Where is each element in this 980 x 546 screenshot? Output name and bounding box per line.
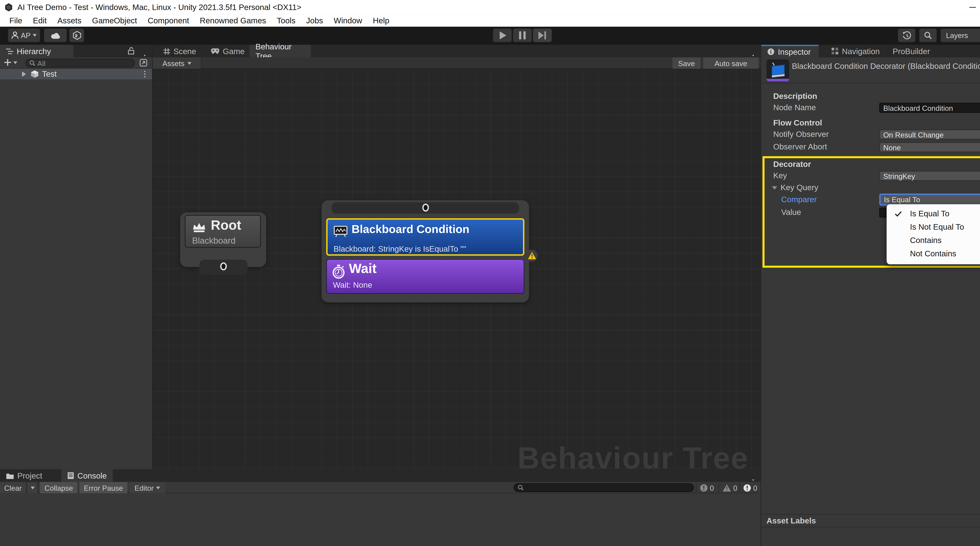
crown-icon bbox=[192, 222, 206, 233]
clear-label: Clear bbox=[4, 484, 22, 492]
menu-assets[interactable]: Assets bbox=[52, 16, 87, 26]
hierarchy-item-test[interactable]: Test bbox=[0, 69, 152, 80]
key-query-foldout[interactable]: Key Query bbox=[772, 182, 818, 193]
lock-button[interactable] bbox=[127, 47, 135, 55]
history-icon bbox=[902, 31, 911, 40]
navigation-icon bbox=[831, 48, 838, 55]
pause-button[interactable] bbox=[513, 29, 531, 42]
collapse-toggle[interactable]: Collapse bbox=[40, 482, 78, 493]
root-node[interactable]: Root Blackboard bbox=[185, 215, 261, 248]
condition-node-title: Blackboard Condition bbox=[352, 223, 469, 236]
console-search-input[interactable] bbox=[514, 483, 694, 492]
folder-icon bbox=[6, 472, 14, 479]
account-button[interactable]: AP bbox=[8, 29, 40, 42]
hierarchy-item-label: Test bbox=[42, 69, 57, 79]
scene-picker-button[interactable] bbox=[139, 59, 147, 67]
input-port[interactable] bbox=[422, 204, 429, 212]
behaviour-tree-canvas[interactable]: Behaviour Tree Root Blackboard bbox=[153, 69, 760, 469]
plastic-scm-button[interactable] bbox=[69, 29, 84, 42]
comparer-menu-item-is-not-equal-to[interactable]: Is Not Equal To bbox=[887, 220, 980, 233]
menu-item-label: Is Equal To bbox=[910, 209, 950, 218]
autosave-button[interactable]: Auto save bbox=[703, 57, 759, 69]
menu-renowned-games[interactable]: Renowned Games bbox=[194, 16, 272, 26]
comparer-menu: Is Equal To Is Not Equal To Contains Not… bbox=[887, 204, 980, 264]
hierarchy-search-input[interactable]: All bbox=[25, 59, 135, 67]
search-button[interactable] bbox=[919, 29, 937, 42]
component-header: Blackboard Condition Decorator (Blackboa… bbox=[761, 57, 980, 83]
play-icon bbox=[499, 31, 506, 40]
warning-badge[interactable] bbox=[526, 250, 538, 262]
assets-dropdown[interactable]: Assets bbox=[153, 57, 201, 69]
observer-abort-dropdown[interactable]: None bbox=[879, 142, 980, 152]
decorator-section-header: Decorator bbox=[773, 160, 811, 169]
menu-help[interactable]: Help bbox=[368, 16, 395, 26]
blackboard-condition-node[interactable]: Blackboard Condition Blackboard: StringK… bbox=[326, 218, 524, 256]
console-log-area[interactable] bbox=[0, 494, 760, 546]
minimize-button[interactable] bbox=[958, 0, 980, 15]
step-button[interactable] bbox=[533, 29, 552, 42]
tab-console[interactable]: Console bbox=[61, 469, 113, 482]
error-pause-label: Error Pause bbox=[84, 484, 123, 492]
menu-jobs[interactable]: Jobs bbox=[301, 16, 328, 26]
output-port[interactable] bbox=[220, 262, 227, 270]
pick-window-icon bbox=[139, 59, 147, 67]
wait-node[interactable]: Wait Wait: None bbox=[326, 259, 524, 294]
menu-gameobject[interactable]: GameObject bbox=[87, 16, 143, 26]
key-dropdown[interactable]: StringKey bbox=[879, 171, 980, 181]
condition-node-subtitle: Blackboard: StringKey is IsEqualTo "" bbox=[334, 244, 466, 254]
kebab-menu-icon[interactable] bbox=[142, 69, 148, 79]
tab-behaviour-tree[interactable]: Behaviour Tree bbox=[250, 45, 311, 57]
expand-arrow-icon[interactable] bbox=[22, 71, 26, 77]
canvas-watermark: Behaviour Tree bbox=[517, 440, 749, 469]
inspector-panel: Inspector Navigation ProBuilder Blackboa… bbox=[760, 45, 980, 546]
warning-count-toggle[interactable]: 0 bbox=[722, 482, 737, 493]
console-tab-label: Console bbox=[78, 471, 107, 480]
tab-game[interactable]: Game bbox=[205, 45, 251, 57]
unity-editor-window: AI Tree Demo - Test - Windows, Mac, Linu… bbox=[0, 0, 980, 546]
notify-observer-dropdown[interactable]: On Result Change bbox=[879, 129, 980, 139]
add-button[interactable] bbox=[4, 59, 17, 66]
menu-tools[interactable]: Tools bbox=[272, 16, 301, 26]
condition-node-group[interactable]: Blackboard Condition Blackboard: StringK… bbox=[321, 200, 529, 302]
node-name-field[interactable]: Blackboard Condition bbox=[879, 103, 980, 113]
comparer-menu-item-contains[interactable]: Contains bbox=[887, 233, 980, 247]
window-title: AI Tree Demo - Test - Windows, Mac, Linu… bbox=[17, 3, 301, 12]
undo-history-button[interactable] bbox=[898, 29, 915, 42]
tab-inspector[interactable]: Inspector bbox=[761, 45, 819, 57]
play-button[interactable] bbox=[493, 29, 512, 42]
cloud-button[interactable] bbox=[44, 29, 67, 42]
comparer-dropdown[interactable]: Is Equal To bbox=[879, 193, 980, 206]
save-button[interactable]: Save bbox=[673, 57, 700, 69]
menu-item-label: Is Not Equal To bbox=[910, 222, 964, 231]
tab-project[interactable]: Project bbox=[0, 469, 48, 482]
info-count-toggle[interactable]: 0 bbox=[700, 482, 714, 493]
editor-dropdown[interactable]: Editor bbox=[129, 482, 165, 493]
tab-hierarchy[interactable]: Hierarchy bbox=[0, 45, 73, 57]
chevron-down-icon bbox=[187, 62, 191, 64]
game-tab-label: Game bbox=[223, 46, 245, 56]
menu-file[interactable]: File bbox=[4, 16, 27, 26]
clear-options-dropdown[interactable] bbox=[27, 482, 38, 493]
layers-dropdown[interactable]: Layers bbox=[940, 29, 980, 42]
root-node-group[interactable]: Root Blackboard bbox=[180, 212, 266, 267]
tab-scene[interactable]: Scene bbox=[158, 45, 202, 57]
error-count-toggle[interactable]: 0 bbox=[743, 482, 757, 493]
menu-edit[interactable]: Edit bbox=[28, 16, 52, 26]
gameobject-icon bbox=[31, 70, 39, 78]
error-pause-toggle[interactable]: Error Pause bbox=[80, 482, 127, 493]
tab-probuilder[interactable]: ProBuilder bbox=[887, 45, 936, 57]
lock-icon bbox=[127, 47, 135, 55]
editor-label: Editor bbox=[134, 484, 154, 492]
comparer-menu-item-not-contains[interactable]: Not Contains bbox=[887, 247, 980, 260]
menu-component[interactable]: Component bbox=[142, 16, 194, 26]
key-query-label: Key Query bbox=[781, 183, 818, 192]
menu-window[interactable]: Window bbox=[328, 16, 368, 26]
comparer-menu-item-is-equal-to[interactable]: Is Equal To bbox=[887, 207, 980, 220]
clear-button[interactable]: Clear bbox=[0, 482, 27, 493]
assets-label: Assets bbox=[162, 59, 185, 67]
tab-navigation[interactable]: Navigation bbox=[825, 45, 886, 57]
hierarchy-icon bbox=[6, 48, 13, 54]
collapse-label: Collapse bbox=[45, 484, 73, 492]
asset-labels-section[interactable]: Asset Labels bbox=[761, 514, 980, 527]
inspector-tab-label: Inspector bbox=[778, 47, 811, 56]
